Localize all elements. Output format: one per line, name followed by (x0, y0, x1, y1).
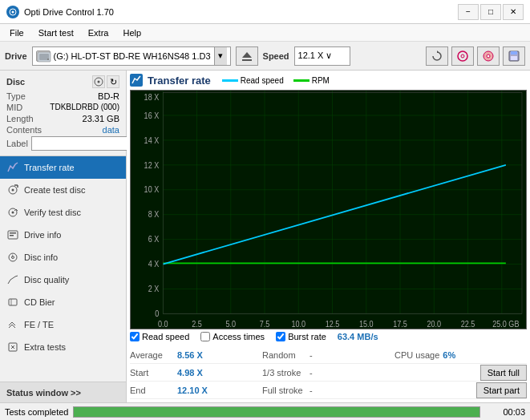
main-layout: Disc ↻ Type BD-R MID TDKBLDRBD (000) Len… (0, 71, 530, 402)
save-button[interactable] (503, 46, 525, 66)
svg-text:0.0: 0.0 (158, 319, 168, 329)
svg-point-11 (487, 55, 490, 58)
speed-selector-text: 12.1 X ∨ (298, 50, 346, 61)
type-row: Type BD-R (6, 91, 119, 101)
nav-cd-bier[interactable]: CD Bier (0, 291, 126, 313)
nav-disc-quality-label: Disc quality (24, 275, 69, 285)
stat-average: Average 8.56 X (130, 350, 262, 360)
speed-label: Speed (263, 51, 289, 61)
read-speed-checkbox-label[interactable]: Read speed (130, 332, 189, 341)
disc-refresh-btn[interactable]: ↻ (107, 75, 119, 88)
nav-extra-tests[interactable]: Extra tests (0, 336, 126, 358)
disc-button[interactable] (451, 46, 474, 66)
legend-read-speed: Read speed (222, 76, 284, 85)
menu-file[interactable]: File (3, 24, 30, 41)
menu-help[interactable]: Help (116, 24, 148, 41)
fe-te-icon (6, 318, 19, 331)
stat-start: Start 4.98 X (130, 368, 262, 378)
panel-icon (130, 74, 143, 87)
cpu-label: CPU usage (394, 350, 439, 360)
svg-text:22.5: 22.5 (461, 319, 475, 329)
status-window-label: Status window >> (6, 388, 81, 398)
nav-drive-info[interactable]: Drive info (0, 224, 126, 246)
cpu-value: 6% (443, 350, 455, 360)
disc-quality-icon (6, 273, 19, 286)
svg-text:17.5: 17.5 (393, 319, 407, 329)
svg-text:4 X: 4 X (148, 259, 160, 269)
svg-text:20.0: 20.0 (427, 319, 442, 329)
svg-text:12.5: 12.5 (326, 319, 340, 329)
refresh-button[interactable] (426, 46, 448, 66)
eject-button[interactable] (236, 46, 258, 66)
legend-read-speed-color (222, 79, 238, 82)
svg-point-9 (461, 55, 464, 58)
drive-selector-text: (G:) HL-DT-ST BD-RE WH16NS48 1.D3 (54, 51, 211, 61)
titlebar-left: Opti Drive Control 1.70 (6, 6, 114, 18)
disc-info-icon: i (6, 251, 19, 264)
contents-value: data (103, 125, 119, 135)
disc-icon-btn[interactable] (92, 75, 105, 88)
chart-legend: Read speed RPM (222, 76, 330, 85)
label-row: Label (6, 136, 119, 151)
menu-extra[interactable]: Extra (82, 24, 115, 41)
stat-stroke-1-3: 1/3 stroke - (262, 368, 394, 378)
status-window-button[interactable]: Status window >> (0, 382, 126, 402)
length-value: 23.31 GB (83, 114, 119, 123)
app-icon (6, 6, 19, 18)
nav-create-test-disc-label: Create test disc (24, 185, 85, 195)
burst-rate-checkbox[interactable] (276, 332, 285, 341)
svg-point-16 (98, 81, 100, 83)
titlebar: Opti Drive Control 1.70 − □ ✕ (0, 0, 530, 24)
start-part-button[interactable]: Start part (476, 382, 527, 398)
start-label: Start (130, 368, 174, 378)
average-label: Average (130, 350, 174, 360)
status-text: Tests completed (5, 407, 68, 417)
stats-row-1: Average 8.56 X Random - CPU usage 6% (130, 346, 527, 364)
svg-marker-5 (242, 52, 252, 58)
app-title: Opti Drive Control 1.70 (24, 7, 114, 17)
content-area: Transfer rate Read speed RPM (127, 71, 530, 402)
length-label: Length (6, 114, 34, 123)
nav-drive-info-label: Drive info (24, 230, 61, 240)
drive-icon (36, 50, 51, 62)
start-value: 4.98 X (177, 368, 203, 378)
svg-rect-30 (9, 299, 17, 305)
nav-transfer-rate[interactable]: Transfer rate (0, 156, 126, 179)
svg-text:6 X: 6 X (148, 234, 160, 244)
burst-rate-checkbox-label[interactable]: Burst rate (276, 332, 326, 341)
stat-random: Random - (262, 350, 394, 360)
drive-dropdown-button[interactable]: ▾ (214, 47, 227, 65)
nav-create-test-disc[interactable]: Create test disc (0, 179, 126, 201)
read-speed-checkbox[interactable] (130, 332, 140, 341)
close-button[interactable]: ✕ (503, 4, 524, 20)
menu-start-test[interactable]: Start test (32, 24, 80, 41)
write-button[interactable] (477, 46, 500, 66)
nav-disc-quality[interactable]: Disc quality (0, 269, 126, 291)
speed-selector[interactable]: 12.1 X ∨ (294, 46, 350, 66)
svg-point-19 (12, 189, 14, 192)
start-full-button[interactable]: Start full (480, 365, 527, 381)
svg-text:10 X: 10 X (144, 185, 160, 195)
statusbar: Tests completed 00:03 (0, 402, 530, 420)
svg-marker-7 (437, 50, 439, 53)
drive-selector[interactable]: (G:) HL-DT-ST BD-RE WH16NS48 1.D3 ▾ (32, 46, 231, 66)
end-label: End (130, 386, 174, 395)
svg-text:8 X: 8 X (148, 210, 160, 220)
nav-fe-te[interactable]: FE / TE (0, 313, 126, 336)
nav-disc-info[interactable]: i Disc info (0, 246, 126, 269)
mid-value: TDKBLDRBD (000) (50, 103, 119, 112)
minimize-button[interactable]: − (458, 4, 479, 20)
nav-items: Transfer rate Create test disc Verify te… (0, 156, 126, 382)
chart-container: 0 2 X 4 X 6 X 8 X 10 X 12 X 14 X 16 X 18… (130, 90, 527, 329)
type-label: Type (6, 91, 26, 101)
verify-test-disc-icon (6, 206, 19, 219)
panel-title: Transfer rate (148, 75, 211, 87)
stats-row-2: Start 4.98 X 1/3 stroke - Start full (130, 364, 527, 382)
nav-verify-test-disc[interactable]: Verify test disc (0, 201, 126, 224)
maximize-button[interactable]: □ (480, 4, 501, 20)
transfer-rate-icon (6, 161, 19, 174)
mid-label: MID (6, 103, 22, 112)
svg-rect-13 (511, 51, 517, 55)
access-times-checkbox[interactable] (200, 332, 210, 341)
access-times-checkbox-label[interactable]: Access times (200, 332, 265, 341)
